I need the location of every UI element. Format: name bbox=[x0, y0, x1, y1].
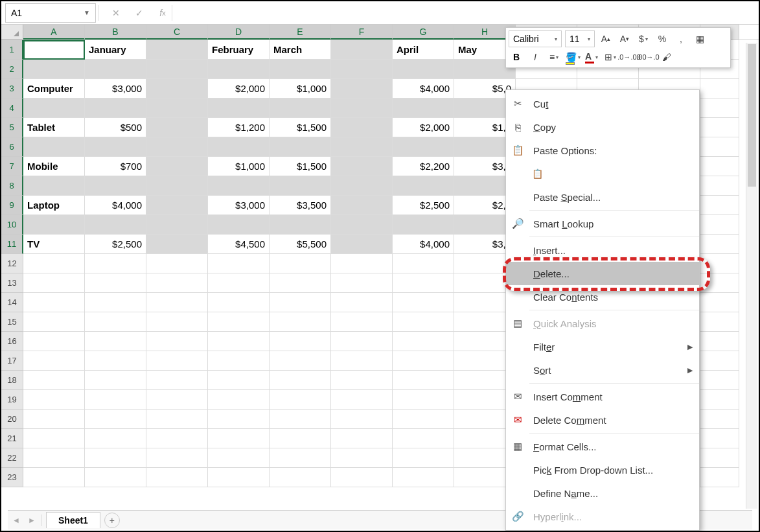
cell[interactable] bbox=[270, 410, 331, 429]
menu-delete-comment[interactable]: ✉Delete Comment bbox=[506, 408, 699, 432]
cell[interactable] bbox=[23, 371, 85, 390]
cell[interactable] bbox=[208, 254, 270, 273]
cell[interactable] bbox=[700, 351, 739, 371]
cell[interactable]: $3,000 bbox=[85, 79, 146, 98]
cell[interactable] bbox=[331, 448, 393, 468]
row-header[interactable]: 3 bbox=[1, 79, 23, 98]
cell[interactable] bbox=[270, 448, 331, 468]
cell[interactable] bbox=[270, 371, 331, 390]
cell[interactable] bbox=[208, 351, 270, 371]
cell[interactable] bbox=[331, 196, 393, 215]
col-header[interactable]: D bbox=[208, 25, 270, 40]
cell[interactable] bbox=[146, 79, 208, 98]
menu-define-name[interactable]: Define Name... bbox=[506, 481, 699, 505]
cell[interactable]: $2,500 bbox=[85, 235, 146, 254]
percent-format-button[interactable]: % bbox=[654, 31, 670, 47]
cell[interactable] bbox=[393, 215, 454, 235]
fill-color-button[interactable]: 🪣 bbox=[565, 49, 581, 65]
tab-nav-prev[interactable]: ◄ bbox=[10, 516, 22, 525]
cell[interactable]: $500 bbox=[85, 118, 146, 137]
row-header[interactable]: 20 bbox=[1, 410, 23, 429]
cell[interactable] bbox=[331, 293, 393, 312]
cell[interactable] bbox=[146, 157, 208, 176]
row-header[interactable]: 10 bbox=[1, 215, 23, 235]
col-header[interactable]: E bbox=[270, 25, 331, 40]
cell[interactable]: $2,200 bbox=[393, 157, 454, 176]
cell[interactable] bbox=[393, 468, 454, 487]
cell[interactable] bbox=[146, 40, 208, 60]
cell[interactable] bbox=[146, 293, 208, 312]
format-painter-icon[interactable]: 🖌 bbox=[659, 49, 674, 65]
cell[interactable] bbox=[393, 332, 454, 351]
cell[interactable]: $4,000 bbox=[393, 79, 454, 98]
cell[interactable] bbox=[393, 351, 454, 371]
cell[interactable] bbox=[393, 273, 454, 293]
menu-filter[interactable]: Filter▶ bbox=[506, 335, 699, 358]
cell[interactable] bbox=[23, 351, 85, 371]
cell[interactable] bbox=[208, 98, 270, 118]
cell[interactable] bbox=[23, 98, 85, 118]
align-center-icon[interactable]: ≡ bbox=[546, 49, 562, 65]
row-header[interactable]: 21 bbox=[1, 429, 23, 448]
cell[interactable] bbox=[208, 293, 270, 312]
cell[interactable]: $4,500 bbox=[208, 235, 270, 254]
cancel-icon[interactable]: ✕ bbox=[107, 4, 125, 22]
cell[interactable] bbox=[208, 390, 270, 410]
row-header[interactable]: 18 bbox=[1, 371, 23, 390]
cell[interactable] bbox=[146, 468, 208, 487]
cell[interactable]: $2,500 bbox=[393, 196, 454, 215]
menu-cut[interactable]: ✂Cut bbox=[506, 92, 699, 115]
menu-insert-comment[interactable]: ✉Insert Comment bbox=[506, 385, 699, 408]
cell[interactable] bbox=[331, 137, 393, 157]
cell[interactable] bbox=[208, 312, 270, 332]
cell[interactable] bbox=[393, 254, 454, 273]
cell[interactable] bbox=[331, 176, 393, 196]
font-picker[interactable]: Calibri▾ bbox=[509, 30, 562, 47]
cell[interactable] bbox=[270, 98, 331, 118]
cell[interactable] bbox=[331, 235, 393, 254]
comma-format-button[interactable]: , bbox=[673, 31, 689, 47]
cell[interactable] bbox=[208, 176, 270, 196]
cell[interactable] bbox=[85, 254, 146, 273]
cell[interactable] bbox=[700, 176, 739, 196]
cell[interactable] bbox=[393, 429, 454, 448]
row-header[interactable]: 19 bbox=[1, 390, 23, 410]
cell[interactable] bbox=[331, 371, 393, 390]
cell[interactable] bbox=[393, 98, 454, 118]
cell[interactable] bbox=[700, 332, 739, 351]
cell[interactable] bbox=[700, 118, 739, 137]
cell[interactable]: $1,000 bbox=[208, 157, 270, 176]
cell[interactable] bbox=[208, 137, 270, 157]
cell[interactable]: $3,000 bbox=[208, 196, 270, 215]
cell[interactable] bbox=[270, 468, 331, 487]
cell[interactable] bbox=[700, 468, 739, 487]
cell[interactable] bbox=[23, 176, 85, 196]
cell[interactable] bbox=[331, 157, 393, 176]
decrease-decimal-icon[interactable]: .00→.0 bbox=[640, 49, 656, 65]
menu-delete[interactable]: Delete... bbox=[506, 262, 699, 285]
cell[interactable] bbox=[270, 293, 331, 312]
cell[interactable] bbox=[208, 468, 270, 487]
row-header[interactable]: 11 bbox=[1, 235, 23, 254]
decrease-font-icon[interactable]: A▾ bbox=[617, 31, 632, 47]
cell[interactable] bbox=[146, 273, 208, 293]
cell[interactable] bbox=[85, 312, 146, 332]
cell[interactable] bbox=[270, 215, 331, 235]
col-header[interactable]: A bbox=[23, 25, 85, 40]
cell[interactable]: $1,000 bbox=[270, 79, 331, 98]
cell[interactable] bbox=[331, 118, 393, 137]
cell[interactable] bbox=[23, 215, 85, 235]
cell[interactable]: $1,200 bbox=[208, 118, 270, 137]
cell[interactable] bbox=[85, 273, 146, 293]
cell[interactable] bbox=[270, 176, 331, 196]
cell[interactable] bbox=[270, 273, 331, 293]
cell[interactable] bbox=[146, 429, 208, 448]
name-box[interactable]: A1 ▼ bbox=[5, 3, 96, 23]
cell[interactable] bbox=[85, 468, 146, 487]
cell[interactable] bbox=[393, 176, 454, 196]
cell[interactable] bbox=[146, 215, 208, 235]
format-table-icon[interactable]: ▦ bbox=[692, 31, 708, 47]
cell[interactable] bbox=[393, 371, 454, 390]
cell[interactable] bbox=[85, 60, 146, 79]
row-header[interactable]: 17 bbox=[1, 351, 23, 371]
